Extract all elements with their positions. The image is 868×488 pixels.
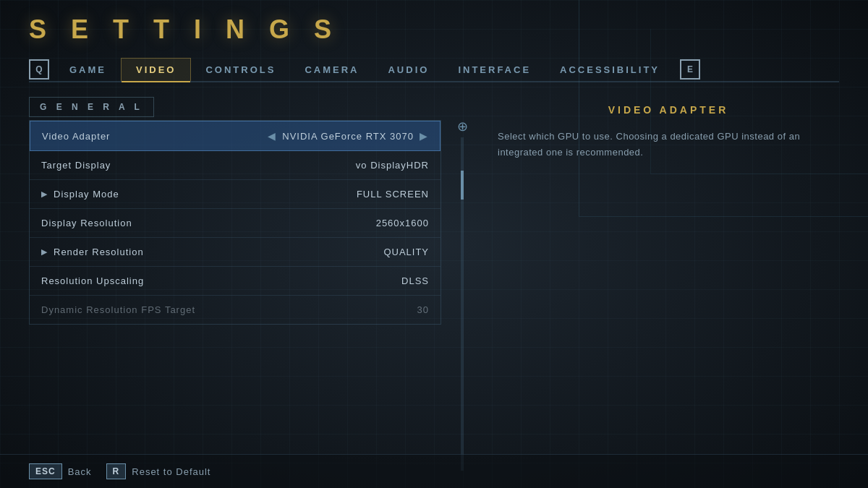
footer-reset-action: R Reset to Default [106, 463, 211, 479]
setting-label-display-resolution: Display Resolution [41, 218, 132, 228]
tab-video[interactable]: VIDEO [121, 58, 191, 81]
setting-row-target-display[interactable]: Target Display vo DisplayHDR [30, 151, 441, 180]
expand-arrow-icon: ▶ [41, 189, 48, 199]
reset-key: R [106, 463, 127, 479]
tab-audio[interactable]: AUDIO [373, 59, 443, 81]
left-panel: G E N E R A L Video Adapter ◀ NVIDIA GeF… [29, 97, 441, 474]
setting-row-render-resolution[interactable]: ▶ Render Resolution QUALITY [30, 238, 441, 267]
setting-label-render-resolution: ▶ Render Resolution [41, 247, 144, 257]
scroll-track[interactable] [461, 137, 464, 471]
info-text: Select which GPU to use. Choosing a dedi… [498, 129, 839, 160]
arrow-right-icon[interactable]: ▶ [420, 130, 428, 142]
setting-row-display-resolution[interactable]: Display Resolution 2560x1600 [30, 209, 441, 238]
footer-back-action: ESC Back [29, 463, 92, 479]
tab-game[interactable]: GAME [55, 59, 121, 81]
setting-label-display-mode: ▶ Display Mode [41, 189, 119, 200]
section-label: G E N E R A L [29, 97, 154, 117]
setting-label-target-display: Target Display [41, 160, 111, 171]
setting-row-dynamic-fps: Dynamic Resolution FPS Target 30 [30, 296, 441, 324]
setting-row-resolution-upscaling[interactable]: Resolution Upscaling DLSS [30, 267, 441, 296]
scroll-icon: ⊕ [457, 119, 468, 134]
setting-value-dynamic-fps: 30 [417, 304, 429, 315]
tab-key-left[interactable]: Q [29, 59, 49, 80]
right-panel: VIDEO ADAPTER Select which GPU to use. C… [483, 97, 839, 474]
setting-value-resolution-upscaling: DLSS [401, 275, 429, 286]
tabs-bar: Q GAME VIDEO CONTROLS CAMERA AUDIO INTER… [29, 58, 839, 82]
setting-value-render-resolution: QUALITY [383, 247, 429, 257]
setting-row-display-mode[interactable]: ▶ Display Mode FULL SCREEN [30, 180, 441, 209]
setting-label-resolution-upscaling: Resolution Upscaling [41, 275, 144, 286]
setting-value-display-resolution: 2560x1600 [376, 218, 429, 228]
scroll-thumb[interactable] [461, 171, 464, 200]
footer: ESC Back R Reset to Default [0, 454, 868, 488]
page-title: S E T T I N G S [29, 14, 839, 45]
setting-label-video-adapter: Video Adapter [42, 131, 110, 142]
expand-arrow-icon-2: ▶ [41, 247, 48, 257]
setting-value-target-display: vo DisplayHDR [356, 160, 429, 171]
tab-accessibility[interactable]: ACCESSIBILITY [545, 59, 674, 81]
back-label: Back [68, 466, 92, 477]
setting-value-display-mode: FULL SCREEN [357, 189, 429, 200]
back-key: ESC [29, 463, 62, 479]
scroll-area: ⊕ [456, 97, 469, 474]
settings-list: Video Adapter ◀ NVIDIA GeForce RTX 3070 … [29, 120, 441, 325]
info-title: VIDEO ADAPTER [498, 104, 839, 116]
tab-key-right[interactable]: E [680, 59, 700, 80]
setting-row-video-adapter[interactable]: Video Adapter ◀ NVIDIA GeForce RTX 3070 … [30, 121, 441, 151]
tab-controls[interactable]: CONTROLS [191, 59, 290, 81]
setting-value-video-adapter: ◀ NVIDIA GeForce RTX 3070 ▶ [268, 130, 428, 142]
setting-label-dynamic-fps: Dynamic Resolution FPS Target [41, 304, 195, 315]
tab-camera[interactable]: CAMERA [290, 59, 373, 81]
tab-interface[interactable]: INTERFACE [443, 59, 545, 81]
arrow-left-icon[interactable]: ◀ [268, 130, 276, 142]
reset-label: Reset to Default [132, 466, 210, 477]
